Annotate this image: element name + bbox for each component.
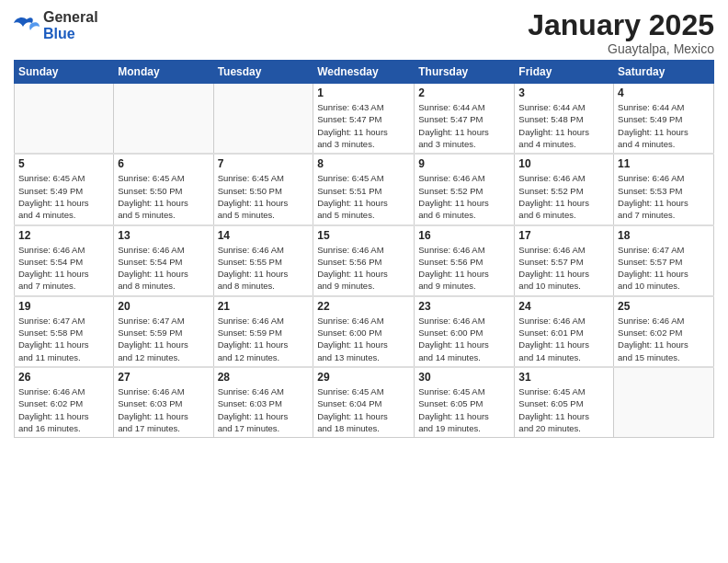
logo-text: General Blue bbox=[43, 9, 98, 42]
calendar-day-cell: 19Sunrise: 6:47 AM Sunset: 5:58 PM Dayli… bbox=[15, 296, 114, 367]
day-number: 31 bbox=[518, 371, 609, 384]
calendar-day-cell: 21Sunrise: 6:46 AM Sunset: 5:59 PM Dayli… bbox=[213, 296, 313, 367]
day-info: Sunrise: 6:46 AM Sunset: 6:00 PM Dayligh… bbox=[317, 315, 410, 363]
calendar-day-cell: 15Sunrise: 6:46 AM Sunset: 5:56 PM Dayli… bbox=[313, 225, 415, 296]
calendar-day-cell: 6Sunrise: 6:45 AM Sunset: 5:50 PM Daylig… bbox=[114, 154, 213, 224]
calendar-day-cell: 31Sunrise: 6:45 AM Sunset: 6:05 PM Dayli… bbox=[515, 367, 614, 438]
day-number: 24 bbox=[518, 300, 609, 313]
day-number: 20 bbox=[118, 300, 209, 313]
day-number: 4 bbox=[618, 86, 710, 99]
calendar-day-cell: 5Sunrise: 6:45 AM Sunset: 5:49 PM Daylig… bbox=[15, 154, 114, 224]
weekday-header-sunday: Sunday bbox=[15, 61, 114, 84]
day-info: Sunrise: 6:45 AM Sunset: 5:50 PM Dayligh… bbox=[118, 172, 209, 221]
day-number: 29 bbox=[317, 371, 410, 384]
day-info: Sunrise: 6:46 AM Sunset: 6:01 PM Dayligh… bbox=[518, 315, 609, 363]
calendar-week-row: 1Sunrise: 6:43 AM Sunset: 5:47 PM Daylig… bbox=[15, 84, 714, 155]
weekday-header-tuesday: Tuesday bbox=[213, 61, 313, 84]
weekday-header-wednesday: Wednesday bbox=[313, 61, 415, 84]
day-number: 13 bbox=[118, 229, 209, 242]
day-info: Sunrise: 6:46 AM Sunset: 6:03 PM Dayligh… bbox=[118, 385, 209, 434]
location-subtitle: Guaytalpa, Mexico bbox=[528, 41, 714, 56]
calendar-week-row: 5Sunrise: 6:45 AM Sunset: 5:49 PM Daylig… bbox=[15, 154, 714, 224]
day-number: 18 bbox=[618, 229, 710, 242]
day-info: Sunrise: 6:44 AM Sunset: 5:48 PM Dayligh… bbox=[518, 101, 609, 150]
calendar-day-cell: 7Sunrise: 6:45 AM Sunset: 5:50 PM Daylig… bbox=[213, 154, 313, 224]
calendar-day-cell bbox=[15, 84, 114, 155]
logo: General Blue bbox=[14, 9, 98, 42]
day-info: Sunrise: 6:45 AM Sunset: 5:50 PM Dayligh… bbox=[218, 172, 310, 221]
day-number: 12 bbox=[18, 229, 109, 242]
logo-general: General bbox=[43, 9, 98, 25]
calendar-week-row: 26Sunrise: 6:46 AM Sunset: 6:02 PM Dayli… bbox=[15, 367, 714, 438]
calendar-day-cell: 23Sunrise: 6:46 AM Sunset: 6:00 PM Dayli… bbox=[415, 296, 515, 367]
day-number: 10 bbox=[518, 157, 609, 170]
day-info: Sunrise: 6:45 AM Sunset: 6:05 PM Dayligh… bbox=[418, 385, 510, 434]
day-info: Sunrise: 6:46 AM Sunset: 5:57 PM Dayligh… bbox=[518, 244, 609, 293]
calendar-day-cell: 9Sunrise: 6:46 AM Sunset: 5:52 PM Daylig… bbox=[415, 154, 515, 224]
day-info: Sunrise: 6:46 AM Sunset: 6:00 PM Dayligh… bbox=[418, 315, 510, 363]
day-info: Sunrise: 6:47 AM Sunset: 5:57 PM Dayligh… bbox=[618, 244, 710, 293]
day-info: Sunrise: 6:46 AM Sunset: 5:54 PM Dayligh… bbox=[118, 244, 209, 293]
day-number: 30 bbox=[418, 371, 510, 384]
calendar-day-cell bbox=[114, 84, 213, 155]
calendar-day-cell: 26Sunrise: 6:46 AM Sunset: 6:02 PM Dayli… bbox=[15, 367, 114, 438]
day-number: 8 bbox=[317, 157, 410, 170]
calendar-day-cell: 16Sunrise: 6:46 AM Sunset: 5:56 PM Dayli… bbox=[415, 225, 515, 296]
calendar-week-row: 12Sunrise: 6:46 AM Sunset: 5:54 PM Dayli… bbox=[15, 225, 714, 296]
day-info: Sunrise: 6:46 AM Sunset: 5:55 PM Dayligh… bbox=[218, 244, 310, 293]
day-number: 22 bbox=[317, 300, 410, 313]
day-info: Sunrise: 6:46 AM Sunset: 6:02 PM Dayligh… bbox=[18, 385, 109, 434]
calendar-day-cell: 18Sunrise: 6:47 AM Sunset: 5:57 PM Dayli… bbox=[614, 225, 714, 296]
day-number: 2 bbox=[418, 86, 510, 99]
day-number: 15 bbox=[317, 229, 410, 242]
header: General Blue January 2025 Guaytalpa, Mex… bbox=[14, 9, 714, 56]
calendar-day-cell: 4Sunrise: 6:44 AM Sunset: 5:49 PM Daylig… bbox=[614, 84, 714, 155]
calendar-table: SundayMondayTuesdayWednesdayThursdayFrid… bbox=[14, 60, 714, 438]
day-number: 14 bbox=[218, 229, 310, 242]
calendar-day-cell: 28Sunrise: 6:46 AM Sunset: 6:03 PM Dayli… bbox=[213, 367, 313, 438]
day-number: 21 bbox=[218, 300, 310, 313]
day-info: Sunrise: 6:45 AM Sunset: 5:49 PM Dayligh… bbox=[18, 172, 109, 221]
calendar-day-cell: 8Sunrise: 6:45 AM Sunset: 5:51 PM Daylig… bbox=[313, 154, 415, 224]
day-number: 6 bbox=[118, 157, 209, 170]
weekday-header-row: SundayMondayTuesdayWednesdayThursdayFrid… bbox=[15, 61, 714, 84]
month-title: January 2025 bbox=[528, 9, 714, 41]
day-info: Sunrise: 6:43 AM Sunset: 5:47 PM Dayligh… bbox=[317, 101, 410, 150]
calendar-day-cell: 30Sunrise: 6:45 AM Sunset: 6:05 PM Dayli… bbox=[415, 367, 515, 438]
calendar-day-cell bbox=[213, 84, 313, 155]
day-number: 25 bbox=[618, 300, 710, 313]
calendar-day-cell: 3Sunrise: 6:44 AM Sunset: 5:48 PM Daylig… bbox=[515, 84, 614, 155]
calendar-day-cell: 14Sunrise: 6:46 AM Sunset: 5:55 PM Dayli… bbox=[213, 225, 313, 296]
day-number: 9 bbox=[418, 157, 510, 170]
day-info: Sunrise: 6:46 AM Sunset: 5:54 PM Dayligh… bbox=[18, 244, 109, 293]
title-block: January 2025 Guaytalpa, Mexico bbox=[528, 9, 714, 56]
day-info: Sunrise: 6:45 AM Sunset: 6:04 PM Dayligh… bbox=[317, 385, 410, 434]
day-number: 19 bbox=[18, 300, 109, 313]
day-info: Sunrise: 6:46 AM Sunset: 6:03 PM Dayligh… bbox=[218, 385, 310, 434]
day-number: 1 bbox=[317, 86, 410, 99]
day-info: Sunrise: 6:46 AM Sunset: 5:56 PM Dayligh… bbox=[418, 244, 510, 293]
day-number: 17 bbox=[518, 229, 609, 242]
day-info: Sunrise: 6:46 AM Sunset: 5:52 PM Dayligh… bbox=[418, 172, 510, 221]
day-info: Sunrise: 6:46 AM Sunset: 6:02 PM Dayligh… bbox=[618, 315, 710, 363]
calendar-day-cell bbox=[614, 367, 714, 438]
day-info: Sunrise: 6:47 AM Sunset: 5:58 PM Dayligh… bbox=[18, 315, 109, 363]
logo-bird-icon bbox=[14, 16, 40, 36]
calendar-day-cell: 25Sunrise: 6:46 AM Sunset: 6:02 PM Dayli… bbox=[614, 296, 714, 367]
calendar-day-cell: 29Sunrise: 6:45 AM Sunset: 6:04 PM Dayli… bbox=[313, 367, 415, 438]
logo-blue: Blue bbox=[43, 26, 75, 41]
day-number: 28 bbox=[218, 371, 310, 384]
day-info: Sunrise: 6:44 AM Sunset: 5:47 PM Dayligh… bbox=[418, 101, 510, 150]
day-info: Sunrise: 6:44 AM Sunset: 5:49 PM Dayligh… bbox=[618, 101, 710, 150]
calendar-day-cell: 20Sunrise: 6:47 AM Sunset: 5:59 PM Dayli… bbox=[114, 296, 213, 367]
calendar-day-cell: 10Sunrise: 6:46 AM Sunset: 5:52 PM Dayli… bbox=[515, 154, 614, 224]
calendar-day-cell: 11Sunrise: 6:46 AM Sunset: 5:53 PM Dayli… bbox=[614, 154, 714, 224]
page-container: General Blue January 2025 Guaytalpa, Mex… bbox=[0, 0, 728, 447]
weekday-header-monday: Monday bbox=[114, 61, 213, 84]
calendar-day-cell: 2Sunrise: 6:44 AM Sunset: 5:47 PM Daylig… bbox=[415, 84, 515, 155]
weekday-header-saturday: Saturday bbox=[614, 61, 714, 84]
day-number: 16 bbox=[418, 229, 510, 242]
day-number: 26 bbox=[18, 371, 109, 384]
calendar-day-cell: 24Sunrise: 6:46 AM Sunset: 6:01 PM Dayli… bbox=[515, 296, 614, 367]
day-info: Sunrise: 6:46 AM Sunset: 5:52 PM Dayligh… bbox=[518, 172, 609, 221]
